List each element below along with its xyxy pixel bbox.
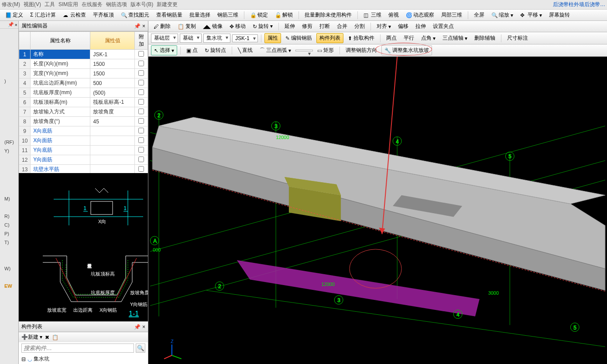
align-button[interactable]: 对齐 ▾: [374, 22, 394, 31]
align-top-button[interactable]: 平齐板顶: [90, 10, 117, 20]
sidebar-item-w[interactable]: W): [0, 264, 18, 273]
extra-checkbox[interactable]: [138, 51, 144, 57]
prop-value[interactable]: [90, 155, 135, 165]
line-button[interactable]: ╲直线: [235, 46, 255, 55]
table-row[interactable]: 10X向面筋: [19, 136, 148, 146]
parallel-button[interactable]: 平行: [401, 34, 417, 43]
extra-checkbox[interactable]: [138, 137, 144, 143]
batch-delete-button[interactable]: 批量删除未使用构件: [302, 10, 354, 20]
collapse-icon[interactable]: ⊟: [21, 356, 26, 362]
prop-value[interactable]: [90, 126, 135, 136]
layer4-select[interactable]: JSK-1: [232, 34, 258, 42]
select-button[interactable]: ↖选择 ▾: [151, 45, 177, 55]
three-d-button[interactable]: ◫三维: [361, 10, 384, 20]
prop-value[interactable]: 1500: [90, 69, 135, 78]
table-row[interactable]: 13坑壁水平筋: [19, 165, 148, 173]
close-icon[interactable]: ×: [142, 23, 145, 29]
offset-button[interactable]: 偏移: [395, 22, 411, 31]
table-row[interactable]: 2长度(X向)(mm)1500: [19, 59, 148, 69]
three-arc-button[interactable]: ⌒三点画弧 ▾: [257, 46, 294, 55]
pan-button[interactable]: ✥平移 ▾: [518, 10, 545, 20]
table-row[interactable]: 4坑底出边距离(mm)500: [19, 78, 148, 88]
extra-checkbox[interactable]: [138, 128, 144, 133]
sidebar-item[interactable]: ): [0, 77, 18, 85]
tree-root[interactable]: ⊟ ◡ 集水坑: [21, 355, 145, 363]
lock-button[interactable]: 🔒锁定: [247, 10, 271, 20]
close-icon[interactable]: ×: [142, 324, 145, 330]
prop-value[interactable]: [90, 165, 135, 173]
3d-viewport[interactable]: 2 3 4 5 2 3 4 5 A 12000: [148, 57, 607, 364]
right-link[interactable]: 后浇带柱外墙后浇带…: [553, 1, 605, 8]
copy-button[interactable]: 📋复制: [175, 22, 199, 31]
view-rebar-button[interactable]: 查看钢筋量: [154, 10, 185, 20]
sidebar-item-m[interactable]: M): [0, 194, 18, 203]
extra-checkbox[interactable]: [138, 61, 144, 66]
prop-value[interactable]: 筏板底标高-1: [90, 98, 135, 107]
table-row[interactable]: 12Y向面筋: [19, 155, 148, 165]
sidebar-item-r[interactable]: R): [0, 212, 18, 221]
zoom-button[interactable]: 🔍缩放 ▾: [489, 10, 516, 20]
prop-value[interactable]: 放坡角度: [90, 107, 135, 117]
rotate-button[interactable]: ↻旋转 ▾: [250, 22, 275, 31]
table-row[interactable]: 6坑板顶标高(m)筏板底标高-1: [19, 98, 148, 107]
layer3-select[interactable]: 集水坑: [203, 34, 230, 43]
sidebar-item-c[interactable]: C): [0, 221, 18, 229]
del-axis-button[interactable]: 删除辅轴: [472, 34, 498, 43]
batch-select-button[interactable]: 批量选择: [187, 10, 213, 20]
edit-rebar-button[interactable]: ✎编辑钢筋: [283, 34, 315, 43]
point-angle-button[interactable]: 点角 ▾: [418, 34, 438, 43]
sidebar-item-y[interactable]: Y): [0, 146, 18, 155]
table-row[interactable]: 5坑底板厚度(mm)(500): [19, 88, 148, 98]
break-button[interactable]: 打断: [317, 22, 333, 31]
split-button[interactable]: 分割: [352, 22, 367, 31]
table-row[interactable]: 9X向底筋: [19, 126, 148, 136]
pin-icon[interactable]: 📌: [134, 324, 141, 330]
prop-value[interactable]: 1500: [90, 59, 135, 69]
point-button[interactable]: ▣点: [184, 46, 200, 55]
menu-item[interactable]: 修改(M): [2, 1, 20, 8]
dim-label-button[interactable]: 尺寸标注: [504, 34, 531, 43]
prop-value[interactable]: [90, 136, 135, 146]
sum-calc-button[interactable]: Σ 汇总计算: [27, 10, 58, 20]
table-row[interactable]: 1名称JSK-1: [19, 50, 148, 59]
menu-item[interactable]: SIM应用: [58, 1, 78, 8]
prop-value[interactable]: 45: [90, 117, 135, 126]
table-row[interactable]: 3宽度(Y向)(mm)1500: [19, 69, 148, 78]
pin-icon[interactable]: 📌: [8, 22, 14, 27]
extra-checkbox[interactable]: [138, 166, 144, 172]
dynamic-view-button[interactable]: 🌀动态观察: [403, 10, 437, 20]
rotate-point-button[interactable]: ↻旋转点: [202, 46, 229, 55]
fullscreen-button[interactable]: 全屏: [471, 10, 487, 20]
layer2-select[interactable]: 基础: [180, 34, 202, 43]
prop-value[interactable]: 500: [90, 78, 135, 88]
find-elem-button[interactable]: 🔍查找图元: [118, 10, 152, 20]
attr-button[interactable]: 属性: [264, 33, 281, 43]
local-3d-button[interactable]: 局部三维: [439, 10, 465, 20]
delete-button[interactable]: 🖊删除: [151, 22, 173, 31]
sidebar-item-p[interactable]: P): [0, 229, 18, 238]
search-input[interactable]: [21, 344, 134, 353]
pick-comp-button[interactable]: ⬆拾取构件: [345, 34, 377, 43]
table-row[interactable]: 7放坡输入方式放坡角度: [19, 107, 148, 117]
extra-checkbox[interactable]: [138, 118, 144, 124]
sidebar-item-ew[interactable]: EW: [0, 282, 18, 290]
extend-button[interactable]: 延伸: [282, 22, 298, 31]
extra-checkbox[interactable]: [138, 147, 144, 153]
prop-value[interactable]: (500): [90, 88, 135, 98]
extra-checkbox[interactable]: [138, 70, 144, 76]
layer1-select[interactable]: 基础层: [151, 34, 178, 43]
top-view-button[interactable]: 俯视: [386, 10, 401, 20]
copy-icon[interactable]: 📋: [52, 334, 58, 340]
menu-item[interactable]: 版本号(B): [130, 1, 153, 8]
three-axis-button[interactable]: 三点辅轴 ▾: [440, 34, 470, 43]
menu-item[interactable]: 工具: [45, 1, 55, 8]
extra-checkbox[interactable]: [138, 109, 144, 114]
move-button[interactable]: ✥移动: [227, 22, 248, 31]
extra-checkbox[interactable]: [138, 89, 144, 95]
sidebar-item-t[interactable]: T): [0, 238, 18, 247]
prop-value[interactable]: JSK-1: [90, 50, 135, 59]
merge-button[interactable]: 合并: [334, 22, 350, 31]
two-point-button[interactable]: 两点: [384, 34, 399, 43]
comp-list-button[interactable]: 构件列表: [316, 33, 343, 43]
mirror-button[interactable]: ◢◣镜像: [200, 22, 225, 31]
